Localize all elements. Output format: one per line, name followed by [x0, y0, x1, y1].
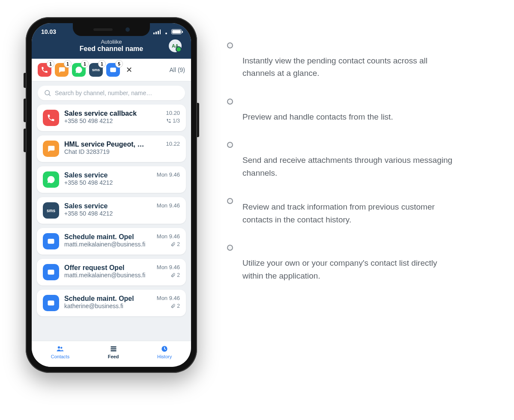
tab-history[interactable]: History	[157, 345, 172, 359]
channel-badge: 1	[99, 60, 105, 67]
feed-item-sub: +358 50 498 4212	[64, 179, 148, 186]
feature-text: Utilize your own or your company's conta…	[242, 257, 457, 282]
attachment-icon	[170, 273, 176, 278]
feed-item-title: Offer request Opel	[64, 264, 148, 272]
svg-rect-5	[111, 348, 116, 350]
channel-filter-chat[interactable]: 1	[55, 63, 69, 77]
feed-item[interactable]: HML service Peugeot, Cit…Chat ID 3283719…	[37, 135, 186, 162]
feed-item-meta: Mon 9.462	[153, 233, 180, 249]
phone-icon	[43, 110, 59, 126]
feed-item[interactable]: Sales service+358 50 498 4212Mon 9.46	[37, 166, 186, 193]
channel-badge: 1	[64, 60, 71, 67]
channel-filter-bar: 111sms15 ✕ All (9)	[32, 59, 191, 81]
bullet-icon	[227, 99, 233, 105]
feed-item[interactable]: Schedule maint. Opelkatherine@business.f…	[37, 290, 186, 316]
feed-item[interactable]: Offer request Opelmatti.meikalainen@busi…	[37, 259, 186, 285]
feed-list[interactable]: Sales service callback+358 50 498 421210…	[32, 105, 191, 341]
svg-rect-6	[111, 350, 116, 351]
feed-item-time: Mon 9.46	[153, 171, 180, 178]
feed-item-title: Schedule maint. Opel	[64, 295, 148, 303]
feature-item: Preview and handle contacts from the lis…	[227, 97, 457, 123]
svg-line-1	[49, 94, 50, 96]
channel-filter-email[interactable]: 5	[106, 63, 120, 77]
feature-text: Send and receive attachments through var…	[242, 154, 457, 179]
feature-item: Send and receive attachments through var…	[227, 140, 457, 179]
tab-history-label: History	[157, 354, 172, 359]
clear-filter-button[interactable]: ✕	[123, 65, 134, 75]
search-bar[interactable]	[38, 86, 185, 100]
bullet-icon	[227, 42, 233, 48]
feed-item-time: Mon 9.46	[153, 202, 180, 209]
email-icon	[109, 66, 117, 74]
channel-filter-sms[interactable]: sms1	[89, 63, 103, 77]
attachment-icon	[170, 303, 176, 309]
phone-icon	[41, 66, 48, 74]
feature-text: Instantly view the pending contact count…	[242, 54, 457, 80]
svg-point-0	[45, 90, 50, 95]
svg-rect-4	[111, 346, 116, 348]
callback-icon	[166, 118, 171, 123]
filter-all[interactable]: All (9)	[169, 66, 185, 73]
email-icon	[43, 264, 59, 280]
channel-filter-phone[interactable]: 1	[38, 63, 51, 77]
feature-item: Utilize your own or your company's conta…	[227, 243, 457, 282]
sms-icon: sms	[43, 202, 59, 219]
feed-item-sub: +358 50 498 4212	[64, 210, 148, 217]
status-time: 10.03	[41, 28, 56, 35]
org-name: Autoliike	[41, 39, 182, 45]
feed-item-meta: Mon 9.462	[153, 295, 180, 311]
search-input[interactable]	[55, 90, 179, 96]
feed-title: Feed channel name	[41, 45, 182, 53]
channel-filter-whatsapp[interactable]: 1	[72, 63, 86, 77]
feed-item-extra: 2	[153, 272, 180, 278]
feed-item-title: Sales service	[64, 171, 148, 179]
channel-badge: 1	[81, 60, 88, 67]
feed-item-time: Mon 9.46	[153, 233, 180, 240]
feed-item-title: Sales service callback	[64, 110, 148, 117]
feature-item: Review and track information from previo…	[227, 196, 457, 226]
feed-item-title: Schedule maint. Opel	[64, 233, 148, 241]
avatar[interactable]: AA	[169, 39, 182, 52]
feed-item-title: HML service Peugeot, Cit…	[64, 141, 148, 148]
feature-list: Instantly view the pending contact count…	[227, 41, 457, 299]
history-icon	[160, 345, 169, 353]
feed-item-sub: matti.meikalainen@business.fi	[64, 272, 148, 279]
feed-item-meta: 10.22	[153, 141, 180, 157]
bottom-tabs: Contacts Feed History	[32, 341, 191, 367]
feed-item[interactable]: Schedule maint. Opelmatti.meikalainen@bu…	[37, 228, 186, 255]
channel-badge: 5	[116, 60, 123, 67]
feed-item-extra: 2	[153, 303, 180, 309]
feed-item-sub: matti.meikalainen@business.fi	[64, 241, 148, 248]
feed-item-time: Mon 9.46	[153, 264, 180, 270]
feed-item-sub: Chat ID 3283719	[64, 148, 148, 155]
feed-item-sub: katherine@business.fi	[64, 303, 148, 309]
feed-item-title: Sales service	[64, 202, 148, 210]
feed-item-meta: Mon 9.462	[153, 264, 180, 280]
battery-icon	[171, 29, 182, 34]
phone-notch	[73, 23, 150, 36]
feed-item-sub: +358 50 498 4212	[64, 117, 148, 124]
bullet-icon	[227, 142, 233, 148]
feature-item: Instantly view the pending contact count…	[227, 41, 457, 80]
feed-item-meta: Mon 9.46	[153, 202, 180, 219]
tab-feed-label: Feed	[108, 354, 119, 359]
whatsapp-icon	[43, 171, 59, 188]
chat-icon	[58, 66, 66, 74]
attachment-icon	[170, 242, 176, 247]
feed-item[interactable]: Sales service callback+358 50 498 421210…	[37, 105, 186, 131]
whatsapp-icon	[75, 66, 83, 74]
feed-item-time: 10.22	[153, 141, 180, 147]
chat-icon	[43, 141, 59, 157]
tab-feed[interactable]: Feed	[108, 345, 119, 359]
feed-item-extra: 2	[153, 241, 180, 247]
tab-contacts[interactable]: Contacts	[51, 345, 69, 359]
feed-item[interactable]: smsSales service+358 50 498 4212Mon 9.46	[37, 197, 186, 224]
feed-item-meta: Mon 9.46	[153, 171, 180, 188]
feature-text: Preview and handle contacts from the lis…	[242, 111, 393, 123]
tab-contacts-label: Contacts	[51, 354, 69, 359]
feature-text: Review and track information from previo…	[242, 201, 457, 226]
feed-item-extra: 1/3	[153, 118, 180, 124]
feed-item-meta: 10.201/3	[153, 110, 180, 126]
email-icon	[43, 233, 59, 249]
signal-icon	[153, 30, 161, 34]
